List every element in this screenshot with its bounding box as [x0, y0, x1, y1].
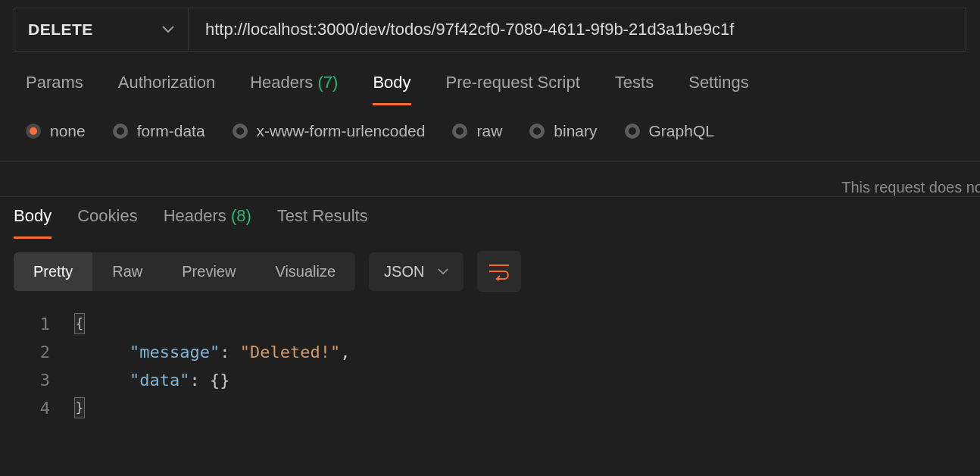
resp-tab-headers-label: Headers	[164, 206, 226, 225]
code-line: 3 "data": {}	[0, 366, 980, 394]
line-number: 2	[0, 338, 73, 366]
resp-tab-test-results[interactable]: Test Results	[277, 206, 368, 236]
radio-dot-icon	[113, 124, 128, 139]
body-type-form-data-label: form-data	[137, 122, 205, 140]
line-number: 3	[0, 366, 73, 394]
response-view-toggle: Pretty Raw Preview Visualize	[14, 252, 355, 291]
body-hint-text: This request does no	[841, 179, 980, 196]
resp-tab-cookies[interactable]: Cookies	[77, 206, 137, 236]
fold-gutter	[73, 366, 89, 394]
tab-authorization[interactable]: Authorization	[118, 73, 215, 103]
fold-gutter	[73, 338, 89, 366]
wrap-lines-icon	[488, 262, 510, 280]
line-number: 1	[0, 310, 73, 338]
resp-tab-headers[interactable]: Headers (8)	[164, 206, 251, 236]
chevron-down-icon	[162, 26, 174, 33]
chevron-down-icon	[438, 268, 448, 275]
body-type-raw[interactable]: raw	[452, 122, 502, 140]
tab-pre-request-script[interactable]: Pre-request Script	[446, 73, 580, 103]
body-type-graphql[interactable]: GraphQL	[625, 122, 714, 140]
tab-headers-label: Headers	[250, 73, 313, 92]
response-format-select[interactable]: JSON	[369, 252, 463, 291]
resp-tab-headers-count: (8)	[231, 206, 251, 225]
body-type-graphql-label: GraphQL	[649, 122, 714, 140]
tab-params[interactable]: Params	[26, 73, 83, 103]
body-type-urlencoded[interactable]: x-www-form-urlencoded	[233, 122, 426, 140]
fold-gutter[interactable]: }	[73, 394, 89, 422]
radio-dot-icon	[26, 124, 41, 139]
line-number: 4	[0, 394, 73, 422]
code-line: 2 "message": "Deleted!",	[0, 338, 980, 366]
view-raw[interactable]: Raw	[92, 252, 162, 291]
body-type-binary-label: binary	[554, 122, 597, 140]
view-preview[interactable]: Preview	[162, 252, 255, 291]
body-type-none-label: none	[50, 122, 86, 140]
wrap-lines-button[interactable]	[477, 251, 521, 292]
fold-gutter[interactable]: {	[73, 310, 89, 338]
response-format-value: JSON	[384, 263, 424, 280]
tab-settings[interactable]: Settings	[688, 73, 749, 103]
resp-tab-body[interactable]: Body	[14, 206, 51, 239]
request-url-input[interactable]	[188, 8, 966, 52]
view-visualize[interactable]: Visualize	[255, 252, 355, 291]
body-type-raw-label: raw	[476, 122, 502, 140]
view-pretty[interactable]: Pretty	[14, 252, 92, 291]
code-line: 1 { {	[0, 310, 980, 338]
http-method-value: DELETE	[28, 20, 93, 39]
body-type-none[interactable]: none	[26, 122, 86, 140]
radio-dot-icon	[625, 124, 640, 139]
response-body-viewer[interactable]: 1 { { 2 "message": "Deleted!", 3 "data":…	[0, 299, 980, 422]
tab-headers-count: (7)	[318, 73, 339, 92]
tab-headers[interactable]: Headers (7)	[250, 73, 338, 103]
http-method-select[interactable]: DELETE	[14, 8, 188, 52]
code-line: 4 } }	[0, 394, 980, 422]
radio-dot-icon	[529, 124, 545, 139]
radio-dot-icon	[452, 124, 467, 139]
tab-body[interactable]: Body	[373, 73, 410, 105]
body-type-urlencoded-label: x-www-form-urlencoded	[257, 122, 426, 140]
radio-dot-icon	[233, 124, 248, 139]
body-type-form-data[interactable]: form-data	[113, 122, 205, 140]
body-type-binary[interactable]: binary	[529, 122, 597, 140]
tab-tests[interactable]: Tests	[615, 73, 654, 103]
